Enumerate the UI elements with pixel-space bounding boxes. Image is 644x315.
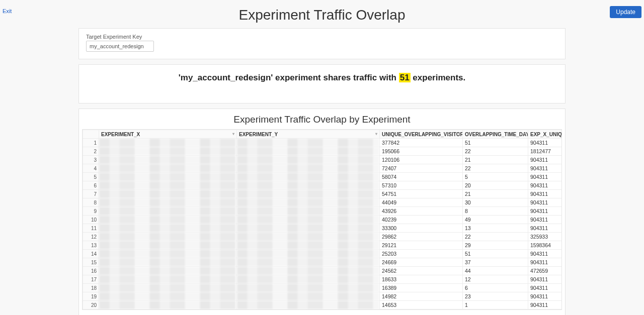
row-index: 12 (83, 233, 99, 241)
cell-overlapping-time-days: 21 (463, 156, 528, 164)
cell-exp-x-unique: 1812477 (528, 147, 562, 156)
table-row[interactable]: 18163896904311 (83, 284, 562, 292)
cell-unique-overlapping-visitors: 58074 (380, 173, 463, 181)
cell-unique-overlapping-visitors: 18633 (380, 275, 463, 284)
row-index: 16 (83, 267, 99, 275)
table-row[interactable]: 162456244472659 (83, 267, 562, 275)
sort-icon: ▾ (375, 132, 377, 136)
cell-experiment-x (99, 224, 237, 233)
cell-experiment-x (99, 216, 237, 224)
row-index: 15 (83, 258, 99, 267)
table-row[interactable]: 191498223904311 (83, 292, 562, 301)
col-header-overlapping-time-days[interactable]: OVERLAPPING_TIME_DAYS ▾ (463, 130, 528, 139)
cell-experiment-x (99, 139, 237, 147)
cell-unique-overlapping-visitors: 195066 (380, 147, 463, 156)
table-wrap: EXPERIMENT_X ▾ EXPERIMENT_Y ▾ UNIQUE_OVE… (82, 129, 562, 310)
cell-exp-x-unique: 904311 (528, 198, 562, 207)
row-index: 14 (83, 250, 99, 258)
cell-experiment-y (237, 258, 380, 267)
col-header-exp-x-unique[interactable]: EXP_X_UNIQU (528, 130, 562, 139)
cell-experiment-x (99, 147, 237, 156)
cell-experiment-y (237, 164, 380, 173)
col-header-uov-label: UNIQUE_OVERLAPPING_VISITORS (382, 132, 463, 137)
table-row[interactable]: 2195066221812477 (83, 147, 562, 156)
cell-experiment-y (237, 267, 380, 275)
cell-unique-overlapping-visitors: 43926 (380, 207, 463, 216)
table-row[interactable]: 104023949904311 (83, 216, 562, 224)
cell-overlapping-time-days: 20 (463, 181, 528, 190)
row-index: 3 (83, 156, 99, 164)
exit-link[interactable]: Exit (3, 8, 12, 14)
table-row[interactable]: 75475121904311 (83, 190, 562, 198)
cell-unique-overlapping-visitors: 33300 (380, 224, 463, 233)
cell-overlapping-time-days: 22 (463, 164, 528, 173)
cell-exp-x-unique: 904311 (528, 164, 562, 173)
row-index: 6 (83, 181, 99, 190)
cell-experiment-y (237, 190, 380, 198)
cell-exp-x-unique: 904311 (528, 156, 562, 164)
cell-exp-x-unique: 904311 (528, 139, 562, 147)
table-row[interactable]: 5580745904311 (83, 173, 562, 181)
cell-unique-overlapping-visitors: 120106 (380, 156, 463, 164)
row-index: 18 (83, 284, 99, 292)
row-index: 5 (83, 173, 99, 181)
cell-experiment-y (237, 241, 380, 250)
table-row[interactable]: 65731020904311 (83, 181, 562, 190)
col-header-unique-overlapping-visitors[interactable]: UNIQUE_OVERLAPPING_VISITORS ▾ (380, 130, 463, 139)
cell-experiment-y (237, 156, 380, 164)
cell-unique-overlapping-visitors: 25203 (380, 250, 463, 258)
cell-exp-x-unique: 325933 (528, 233, 562, 241)
table-row[interactable]: 1329121291598364 (83, 241, 562, 250)
sort-icon: ▾ (524, 132, 526, 136)
table-row[interactable]: 122986222325933 (83, 233, 562, 241)
row-index: 13 (83, 241, 99, 250)
cell-overlapping-time-days: 30 (463, 198, 528, 207)
table-row[interactable]: 9439268904311 (83, 207, 562, 216)
col-header-index[interactable] (83, 130, 99, 139)
table-row[interactable]: 312010621904311 (83, 156, 562, 164)
cell-unique-overlapping-visitors: 57310 (380, 181, 463, 190)
table-row[interactable]: 47240722904311 (83, 164, 562, 173)
cell-unique-overlapping-visitors: 44049 (380, 198, 463, 207)
cell-experiment-x (99, 233, 237, 241)
table-row[interactable]: 20146531904311 (83, 301, 562, 309)
col-header-otd-label: OVERLAPPING_TIME_DAYS (465, 132, 528, 137)
cell-experiment-y (237, 301, 380, 309)
table-row[interactable]: 142520351904311 (83, 250, 562, 258)
overlap-table: EXPERIMENT_X ▾ EXPERIMENT_Y ▾ UNIQUE_OVE… (83, 130, 562, 309)
cell-experiment-x (99, 181, 237, 190)
table-row[interactable]: 152466937904311 (83, 258, 562, 267)
cell-exp-x-unique: 472659 (528, 267, 562, 275)
cell-exp-x-unique: 904311 (528, 301, 562, 309)
table-row[interactable]: 84404930904311 (83, 198, 562, 207)
sort-icon: ▾ (458, 132, 460, 136)
update-button[interactable]: Update (610, 6, 641, 18)
table-row[interactable]: 171863312904311 (83, 275, 562, 284)
table-row[interactable]: 113330013904311 (83, 224, 562, 233)
cell-experiment-x (99, 258, 237, 267)
row-index: 11 (83, 224, 99, 233)
table-row[interactable]: 137784251904311 (83, 139, 562, 147)
cell-exp-x-unique: 1598364 (528, 241, 562, 250)
target-experiment-key-input[interactable] (86, 41, 154, 52)
cell-overlapping-time-days: 6 (463, 284, 528, 292)
cell-exp-x-unique: 904311 (528, 173, 562, 181)
cell-experiment-x (99, 156, 237, 164)
cell-unique-overlapping-visitors: 24669 (380, 258, 463, 267)
col-header-experiment-x[interactable]: EXPERIMENT_X ▾ (99, 130, 237, 139)
cell-experiment-x (99, 164, 237, 173)
cell-experiment-x (99, 267, 237, 275)
cell-overlapping-time-days: 12 (463, 275, 528, 284)
cell-unique-overlapping-visitors: 24562 (380, 267, 463, 275)
row-index: 7 (83, 190, 99, 198)
cell-exp-x-unique: 904311 (528, 216, 562, 224)
col-header-experiment-y-label: EXPERIMENT_Y (239, 132, 278, 137)
col-header-experiment-y[interactable]: EXPERIMENT_Y ▾ (237, 130, 380, 139)
row-index: 8 (83, 198, 99, 207)
row-index: 17 (83, 275, 99, 284)
cell-unique-overlapping-visitors: 54751 (380, 190, 463, 198)
page-title: Experiment Traffic Overlap (0, 7, 644, 23)
cell-exp-x-unique: 904311 (528, 258, 562, 267)
cell-experiment-y (237, 198, 380, 207)
cell-experiment-x (99, 198, 237, 207)
